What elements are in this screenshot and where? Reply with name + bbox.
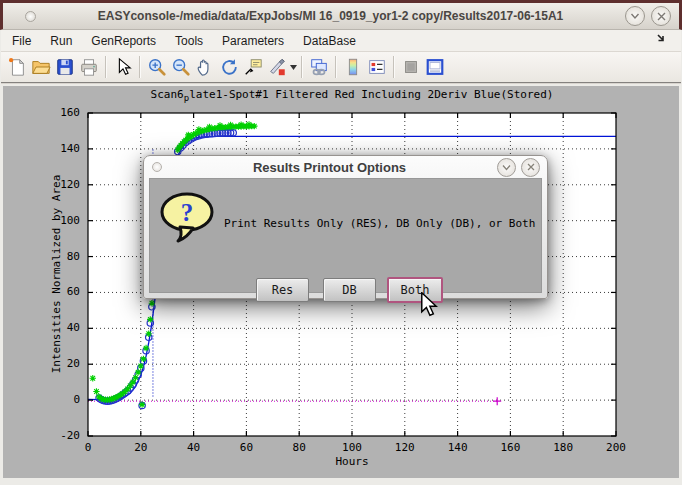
menu-bar: FileRunGenReportsToolsParametersDataBase [1, 30, 681, 52]
x-tick-label: 200 [596, 441, 636, 454]
menu-item-parameters[interactable]: Parameters [222, 34, 284, 48]
data-cursor-icon [243, 57, 263, 77]
shade-window-button[interactable] [625, 6, 645, 26]
close-icon [657, 12, 666, 21]
save-figure-icon [55, 57, 75, 77]
insert-colorbar-button[interactable] [341, 55, 365, 79]
data-cursor-button[interactable] [241, 55, 265, 79]
dialog-content: ? Print Results Only (RES), DB Only (DB)… [149, 178, 542, 293]
x-tick-label: 160 [490, 441, 530, 454]
show-plot-tools-icon [425, 57, 445, 77]
dialog-message: Print Results Only (RES), DB Only (DB), … [224, 217, 540, 230]
dialog-title: Results Printout Options [162, 160, 497, 175]
hide-plot-tools-button[interactable] [399, 55, 423, 79]
insert-legend-icon [367, 57, 387, 77]
y-tick-label: 120 [42, 178, 80, 191]
figure-toolbar [1, 52, 681, 84]
close-window-button[interactable] [651, 6, 671, 26]
pan-hand-button[interactable] [193, 55, 217, 79]
new-figure-button[interactable] [5, 55, 29, 79]
toolbar-separator [139, 56, 141, 78]
menu-item-database[interactable]: DataBase [303, 34, 356, 48]
chevron-down-icon [630, 12, 640, 20]
y-axis-label: Intensities Normalized by Area [50, 175, 63, 374]
results-printout-dialog: Results Printout Options ? Print Results… [143, 155, 548, 299]
pointer-icon [113, 57, 133, 77]
brush-data-icon [267, 57, 287, 77]
y-tick-label: 60 [42, 285, 80, 298]
res-button[interactable]: Res [256, 278, 309, 302]
dialog-shade-button[interactable] [497, 158, 516, 177]
x-tick-label: 120 [385, 441, 425, 454]
zoom-out-button[interactable] [169, 55, 193, 79]
x-tick-label: 0 [68, 441, 108, 454]
open-file-icon [31, 57, 51, 77]
x-tick-label: 100 [332, 441, 372, 454]
menu-item-tools[interactable]: Tools [175, 34, 203, 48]
pointer-button[interactable] [111, 55, 135, 79]
x-tick-label: 40 [174, 441, 214, 454]
y-tick-label: 140 [42, 142, 80, 155]
toolbar-separator [335, 56, 337, 78]
plot-title: Scan6plate1-Spot#1 Filtered Red Includin… [88, 88, 616, 103]
mouse-cursor [420, 292, 438, 322]
window-menu-button[interactable] [25, 11, 36, 22]
db-button[interactable]: DB [323, 278, 376, 302]
brush-data-button[interactable] [265, 55, 289, 79]
link-plots-icon [309, 57, 329, 77]
y-tick-label: 80 [42, 250, 80, 263]
new-figure-icon [7, 57, 27, 77]
print-figure-button[interactable] [77, 55, 101, 79]
easyconsole-window: EASYconsole-/media/data/ExpJobs/MI 16_09… [0, 0, 682, 485]
svg-text:?: ? [181, 199, 194, 226]
menu-item-run[interactable]: Run [50, 34, 72, 48]
insert-colorbar-icon [343, 57, 363, 77]
window-title: EASYconsole-/media/data/ExpJobs/MI 16_09… [36, 9, 625, 23]
dialog-titlebar: Results Printout Options [144, 156, 547, 178]
show-plot-tools-button[interactable] [423, 55, 447, 79]
chevron-down-icon [502, 164, 511, 171]
x-tick-label: 140 [438, 441, 478, 454]
menu-item-genreports[interactable]: GenReports [91, 34, 156, 48]
toolbar-separator [105, 56, 107, 78]
x-axis-label: Hours [88, 455, 616, 468]
pan-hand-icon [195, 57, 215, 77]
dialog-close-button[interactable] [521, 158, 540, 177]
y-tick-label: 20 [42, 357, 80, 370]
toolbar-separator [301, 56, 303, 78]
y-tick-label: 0 [42, 393, 80, 406]
close-icon [527, 163, 535, 171]
dock-figure-arrow-icon[interactable] [656, 33, 667, 47]
y-tick-label: -20 [42, 429, 80, 442]
dialog-menu-button[interactable] [152, 162, 162, 172]
zoom-in-icon [147, 57, 167, 77]
y-tick-label: 100 [42, 214, 80, 227]
hide-plot-tools-icon [401, 57, 421, 77]
x-tick-label: 20 [121, 441, 161, 454]
window-titlebar: EASYconsole-/media/data/ExpJobs/MI 16_09… [0, 0, 682, 30]
question-bubble-icon: ? [158, 191, 220, 251]
insert-legend-button[interactable] [365, 55, 389, 79]
save-figure-button[interactable] [53, 55, 77, 79]
menu-item-file[interactable]: File [12, 34, 31, 48]
open-file-button[interactable] [29, 55, 53, 79]
rotate-3d-button[interactable] [217, 55, 241, 79]
toolbar-separator [393, 56, 395, 78]
zoom-out-icon [171, 57, 191, 77]
x-tick-label: 180 [543, 441, 583, 454]
y-tick-label: 40 [42, 321, 80, 334]
brush-dropdown-caret[interactable] [289, 55, 297, 79]
x-tick-label: 60 [226, 441, 266, 454]
rotate-3d-icon [219, 57, 239, 77]
x-tick-label: 80 [279, 441, 319, 454]
y-tick-label: 160 [42, 106, 80, 119]
link-plots-button[interactable] [307, 55, 331, 79]
print-figure-icon [79, 57, 99, 77]
zoom-in-button[interactable] [145, 55, 169, 79]
